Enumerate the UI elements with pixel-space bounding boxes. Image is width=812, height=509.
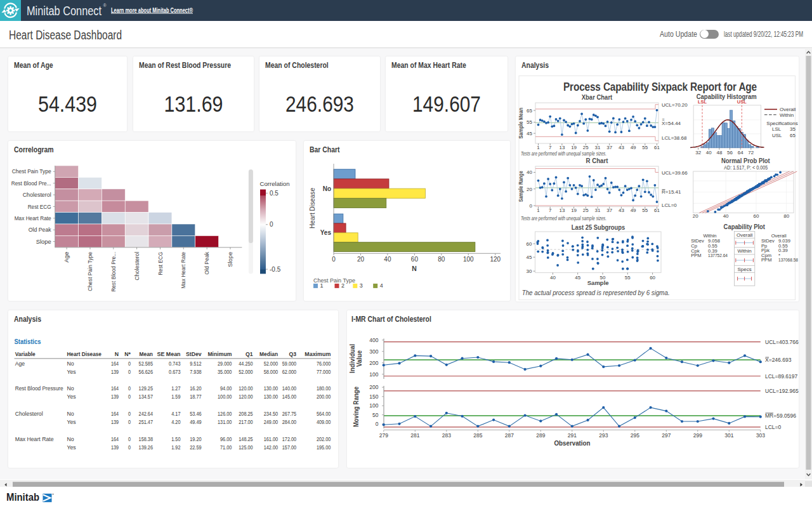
svg-text:Individual: Individual — [349, 343, 356, 373]
svg-text:291: 291 — [567, 432, 576, 438]
svg-text:Yes: Yes — [67, 368, 76, 374]
svg-text:Variable: Variable — [15, 350, 36, 357]
svg-text:208.25: 208.25 — [239, 410, 253, 416]
svg-text:Age: Age — [15, 360, 25, 366]
svg-text:0: 0 — [128, 368, 131, 374]
svg-text:134.57: 134.57 — [139, 393, 154, 400]
svg-text:PPM: PPM — [691, 253, 701, 258]
svg-text:R=15.41: R=15.41 — [662, 189, 681, 195]
svg-text:44.250: 44.250 — [239, 360, 253, 366]
svg-text:MR=59.0596: MR=59.0596 — [765, 412, 796, 418]
svg-text:0.743: 0.743 — [169, 360, 181, 366]
svg-text:52.000: 52.000 — [239, 368, 253, 374]
svg-text:last updated 9/20/22, 12:45:23: last updated 9/20/22, 12:45:23 PM — [724, 30, 803, 39]
svg-text:AD: 1.517, P: < 0.005: AD: 1.517, P: < 0.005 — [724, 164, 768, 170]
svg-text:0.5: 0.5 — [270, 190, 278, 197]
svg-text:Heart Disease Dashboard: Heart Disease Dashboard — [9, 28, 122, 42]
svg-text:140.00: 140.00 — [282, 385, 297, 392]
svg-text:45: 45 — [527, 255, 532, 260]
svg-text:Yes: Yes — [67, 419, 76, 425]
svg-text:2: 2 — [341, 282, 344, 289]
svg-text:25: 25 — [583, 144, 589, 150]
svg-text:120.00: 120.00 — [239, 393, 253, 400]
svg-text:45: 45 — [575, 274, 580, 280]
svg-text:40: 40 — [550, 274, 556, 280]
svg-text:Rest ECG: Rest ECG — [157, 252, 164, 275]
svg-text:297: 297 — [662, 432, 671, 438]
svg-text:130.00: 130.00 — [264, 385, 278, 392]
svg-text:Mean: Mean — [140, 350, 154, 357]
svg-text:Rest Blood Pre...: Rest Blood Pre... — [110, 252, 117, 292]
svg-text:149.607: 149.607 — [412, 91, 481, 116]
svg-text:303: 303 — [756, 432, 764, 438]
svg-text:43: 43 — [619, 144, 624, 150]
svg-text:65: 65 — [790, 132, 796, 138]
svg-text:161.00: 161.00 — [264, 435, 278, 442]
svg-text:71.00: 71.00 — [220, 444, 232, 451]
svg-text:Sample: Sample — [587, 279, 609, 286]
svg-text:19.20: 19.20 — [190, 435, 202, 442]
svg-text:7: 7 — [549, 208, 552, 213]
svg-text:131.00: 131.00 — [218, 419, 232, 425]
svg-text:0: 0 — [128, 393, 131, 400]
svg-text:R Chart: R Chart — [586, 156, 608, 164]
svg-text:284.00: 284.00 — [282, 419, 297, 425]
svg-text:40: 40 — [706, 149, 712, 155]
svg-text:1.27: 1.27 — [171, 385, 180, 392]
svg-text:-0.5: -0.5 — [270, 266, 281, 273]
svg-text:60: 60 — [411, 256, 419, 263]
svg-text:139: 139 — [111, 393, 119, 400]
svg-text:19: 19 — [571, 208, 577, 213]
svg-text:137752.64: 137752.64 — [708, 253, 728, 258]
svg-text:100.00: 100.00 — [218, 393, 232, 400]
svg-text:UCL=39.66: UCL=39.66 — [662, 169, 688, 175]
svg-text:29.000: 29.000 — [218, 360, 232, 366]
svg-text:234.50: 234.50 — [264, 410, 278, 416]
svg-text:X=246.693: X=246.693 — [765, 357, 792, 363]
svg-text:Specs: Specs — [737, 267, 751, 272]
svg-text:Capability Plot: Capability Plot — [724, 222, 766, 230]
svg-text:55: 55 — [642, 144, 648, 150]
svg-text:145.00: 145.00 — [282, 393, 297, 400]
svg-text:164: 164 — [111, 410, 119, 416]
svg-text:35: 35 — [790, 126, 796, 132]
svg-text:Minimum: Minimum — [207, 350, 232, 357]
svg-text:72: 72 — [748, 149, 754, 155]
svg-text:279: 279 — [379, 432, 388, 438]
svg-text:Yes: Yes — [67, 393, 76, 400]
svg-text:16.20: 16.20 — [190, 385, 202, 392]
svg-text:246.693: 246.693 — [285, 91, 354, 116]
svg-text:200: 200 — [369, 384, 378, 390]
svg-text:202.00: 202.00 — [317, 435, 331, 442]
svg-text:76.000: 76.000 — [317, 360, 331, 366]
svg-text:217.00: 217.00 — [239, 419, 253, 425]
svg-text:7.938: 7.938 — [190, 368, 202, 374]
svg-text:0: 0 — [128, 360, 131, 366]
svg-text:1: 1 — [537, 208, 540, 213]
svg-text:Observation: Observation — [554, 439, 590, 446]
svg-text:58.000: 58.000 — [264, 368, 278, 374]
svg-text:N*: N* — [124, 350, 131, 357]
svg-text:0: 0 — [128, 444, 131, 451]
svg-text:137068.58: 137068.58 — [778, 257, 798, 263]
svg-text:N: N — [115, 350, 119, 357]
svg-text:USL: USL — [737, 99, 747, 105]
svg-text:18.77: 18.77 — [190, 393, 202, 400]
svg-text:77.000: 77.000 — [317, 368, 331, 374]
svg-text:37: 37 — [606, 208, 612, 213]
svg-text:Yes: Yes — [320, 229, 332, 236]
svg-text:139: 139 — [111, 368, 119, 374]
svg-text:100: 100 — [369, 371, 378, 377]
svg-text:54.439: 54.439 — [38, 91, 97, 116]
svg-text:180.00: 180.00 — [317, 385, 331, 392]
svg-text:Learn more about Minitab Conne: Learn more about Minitab Connect® — [111, 7, 193, 14]
svg-text:251.47: 251.47 — [139, 419, 154, 425]
svg-text:1: 1 — [537, 144, 540, 150]
svg-text:94.00: 94.00 — [220, 385, 232, 392]
svg-text:LCL=38.68: LCL=38.68 — [662, 135, 687, 140]
svg-text:7: 7 — [549, 144, 552, 150]
svg-text:3: 3 — [360, 282, 363, 289]
svg-text:Max Heart Rate: Max Heart Rate — [15, 435, 54, 442]
svg-text:400: 400 — [369, 336, 378, 343]
svg-text:Maximum: Maximum — [304, 350, 331, 357]
